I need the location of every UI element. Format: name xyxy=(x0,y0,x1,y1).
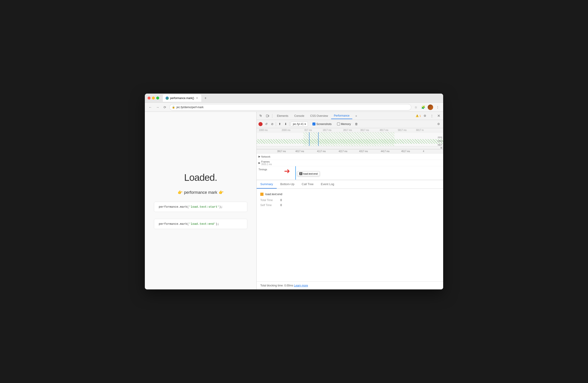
event-log-tab[interactable]: Event Log xyxy=(317,180,338,189)
css-overview-tab[interactable]: CSS Overview xyxy=(307,113,331,119)
tooltip-text: load.text:end xyxy=(303,172,318,175)
cpu-label: CPU xyxy=(438,140,443,143)
extension-button[interactable]: 🧩 xyxy=(420,105,426,110)
inspect-element-button[interactable] xyxy=(258,113,264,119)
timings-content: ➜ 0 load.text:end xyxy=(277,166,443,180)
perf-mark-label: performance mark xyxy=(184,190,217,195)
devtools-toolbar: Elements Console CSS Overview Performanc… xyxy=(257,112,443,120)
memory-toggle[interactable]: Memory xyxy=(337,123,351,126)
clear-button[interactable]: ⊘ xyxy=(270,122,274,126)
device-toolbar-button[interactable] xyxy=(265,113,270,119)
summary-tabs: Summary Bottom-Up Call Tree Event Log xyxy=(257,180,443,189)
timeline-scrollbar[interactable] xyxy=(257,147,443,149)
memory-label: Memory xyxy=(341,123,351,126)
tab-bar: performance.mark() ✕ + xyxy=(163,94,209,102)
minimize-traffic-light[interactable] xyxy=(152,97,155,100)
timing-line xyxy=(295,166,296,180)
summary-content: load.text:end Total Time 0 Self Time 0 xyxy=(257,189,443,212)
learn-more-link[interactable]: Learn more xyxy=(294,284,308,287)
main-content: Loaded. 👉 performance mark 👉 performance… xyxy=(145,112,443,289)
perf-toolbar: ↺ ⊘ ⬆ ⬇ jec.fyi #1 ▾ ✓ Screenshots xyxy=(257,120,443,128)
screenshots-label: Screenshots xyxy=(316,123,332,126)
timeline-rows: ▶ Network ▶ Frames 3935.1 ms xyxy=(257,153,443,180)
overview-ruler: 1000 ms 2000 ms 817 ms 1817 ms 2817 ms 3… xyxy=(257,128,443,132)
toolbar-divider-1 xyxy=(276,122,276,126)
close-traffic-light[interactable] xyxy=(147,97,150,100)
devtools-panel: Elements Console CSS Overview Performanc… xyxy=(256,112,443,289)
timeline-detail: 3917 ms 4017 ms 4117 ms 4217 ms 4317 ms … xyxy=(257,149,443,180)
summary-panel: load.text:end Total Time 0 Self Time 0 T… xyxy=(257,189,443,289)
detail-tick-4: 4 xyxy=(423,150,424,152)
tab-favicon xyxy=(166,97,169,100)
url-text: jec.fyi/demo/perf-mark xyxy=(176,106,204,109)
fps-label: FPS xyxy=(438,136,443,139)
forward-button[interactable]: → xyxy=(155,105,160,110)
code1-string: 'load.text:start' xyxy=(189,205,219,209)
maximize-traffic-light[interactable] xyxy=(156,97,159,100)
detail-tick-3917: 3917 ms xyxy=(277,150,286,152)
code-block-2: performance.mark('load.text:end'); xyxy=(154,219,247,229)
lock-icon: 🔒 xyxy=(172,106,175,109)
elements-tab[interactable]: Elements xyxy=(274,113,291,119)
screenshots-checkbox[interactable]: ✓ xyxy=(313,123,315,126)
upload-button[interactable]: ⬆ xyxy=(277,122,282,126)
perf-settings-button[interactable]: ⚙ xyxy=(436,121,441,127)
frames-label-text: Frames xyxy=(261,160,272,163)
self-time-label: Self Time xyxy=(260,204,278,207)
screenshots-toggle[interactable]: ✓ Screenshots xyxy=(313,123,332,126)
active-tab[interactable]: performance.mark() ✕ xyxy=(163,94,201,102)
blocking-time-text: Total blocking time: 0.00ms xyxy=(260,284,293,287)
code-block-1: performance.mark('load.text:start'); xyxy=(154,202,247,212)
bookmark-button[interactable]: ☆ xyxy=(413,105,419,110)
memory-checkbox[interactable] xyxy=(337,123,340,126)
close-devtools-button[interactable]: ✕ xyxy=(436,113,441,119)
ruler-tick-1817: 1817 ms xyxy=(323,129,331,131)
browser-window: performance.mark() ✕ + ← → ⟳ 🔒 jec.fyi/d… xyxy=(145,94,443,289)
total-time-label: Total Time xyxy=(260,199,278,202)
more-options-button[interactable]: ⋮ xyxy=(429,113,435,119)
tab-close-button[interactable]: ✕ xyxy=(195,97,199,100)
selection-area xyxy=(303,132,394,146)
timings-row: Timings ➜ 0 load.text:end xyxy=(257,166,443,180)
reload-button[interactable]: ⟳ xyxy=(162,105,168,110)
record-button[interactable] xyxy=(258,122,263,126)
call-tree-tab[interactable]: Call Tree xyxy=(298,180,317,189)
delete-profile-button[interactable]: 🗑 xyxy=(354,122,358,126)
console-tab[interactable]: Console xyxy=(292,113,307,119)
session-dropdown-arrow: ▾ xyxy=(304,123,306,126)
back-button[interactable]: ← xyxy=(147,105,153,110)
network-label-text: Network xyxy=(261,155,270,158)
session-selector[interactable]: jec.fyi #1 ▾ xyxy=(291,122,308,127)
loaded-heading: Loaded. xyxy=(184,172,217,183)
net-label: NET xyxy=(438,144,443,146)
timing-tooltip: 0 load.text:end xyxy=(297,171,320,176)
network-row: ▶ Network xyxy=(257,153,443,160)
emoji-left: 👉 xyxy=(178,190,183,195)
self-time-value: 0 xyxy=(280,204,282,207)
detail-ruler: 3917 ms 4017 ms 4117 ms 4217 ms 4317 ms … xyxy=(257,149,443,153)
detail-tick-4117: 4117 ms xyxy=(317,150,326,152)
settings-button[interactable]: ⚙ xyxy=(422,113,428,119)
traffic-lights xyxy=(147,97,159,100)
reload-record-button[interactable]: ↺ xyxy=(264,122,269,126)
warning-count: 1 xyxy=(420,115,421,117)
svg-rect-1 xyxy=(268,115,269,117)
more-panels-button[interactable]: » xyxy=(353,113,360,119)
address-bar[interactable]: 🔒 jec.fyi/demo/perf-mark xyxy=(169,104,411,110)
download-button[interactable]: ⬇ xyxy=(283,122,288,126)
timeline-area: 1000 ms 2000 ms 817 ms 1817 ms 2817 ms 3… xyxy=(257,128,443,149)
summary-tab[interactable]: Summary xyxy=(257,180,277,189)
code2-string: 'load.text:end' xyxy=(189,222,216,226)
user-avatar[interactable] xyxy=(428,105,433,110)
new-tab-button[interactable]: + xyxy=(202,95,209,101)
performance-tab[interactable]: Performance xyxy=(331,113,352,119)
nav-actions: ☆ 🧩 ⋮ xyxy=(413,105,441,110)
bottom-up-tab[interactable]: Bottom-Up xyxy=(277,180,298,189)
ruler-tick-4817: 4817 ms xyxy=(380,129,388,131)
frames-label-area[interactable]: ▶ Frames 3935.1 ms xyxy=(257,160,277,166)
network-label[interactable]: ▶ Network xyxy=(257,155,277,158)
code1-prefix: performance.mark( xyxy=(159,205,189,209)
menu-button[interactable]: ⋮ xyxy=(435,105,441,110)
webpage-area: Loaded. 👉 performance mark 👉 performance… xyxy=(145,112,256,289)
ruler-tick-817: 817 ms xyxy=(304,129,312,131)
